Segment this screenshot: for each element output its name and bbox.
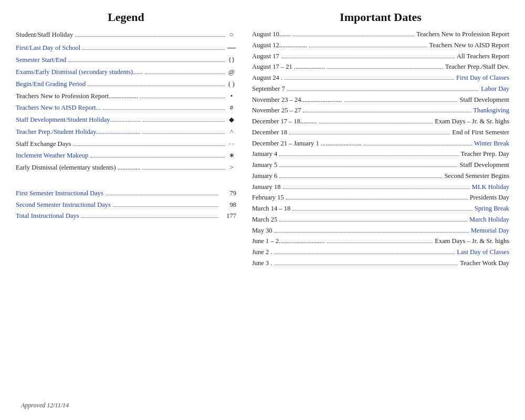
- date-label: November 23 – 24........................…: [252, 95, 342, 105]
- date-item: June 2 . Last Day of Classes: [252, 247, 509, 257]
- date-dots: [303, 112, 471, 112]
- legend-item: Inclement Weather Makeup ∗: [16, 150, 236, 161]
- date-dots: [279, 221, 467, 222]
- dates-list: August 10....... Teachers New to Profess…: [252, 29, 509, 268]
- legend-item: Teachers New to AISD Report... #: [16, 102, 236, 113]
- legend-dots: [88, 86, 225, 86]
- date-label: August 24 .: [252, 73, 282, 83]
- date-item: June 1 – 2............................ E…: [252, 236, 509, 246]
- date-dots: [293, 36, 415, 36]
- date-label: August 17 – 21 ...................: [252, 62, 325, 72]
- date-label: June 2 .: [252, 247, 272, 257]
- date-dots: [286, 199, 468, 200]
- date-item: November 23 – 24........................…: [252, 95, 509, 105]
- date-dots: [289, 134, 450, 134]
- legend-symbol: #: [227, 102, 236, 113]
- legend-symbol: >: [227, 162, 236, 173]
- date-event: Teacher Prep./Staff Dev.: [445, 62, 509, 72]
- date-dots: [279, 155, 458, 156]
- date-event: Teachers New to AISD Report: [429, 40, 509, 50]
- date-event: Winter Break: [474, 139, 509, 149]
- date-event: Exam Days – Jr. & Sr. highs: [435, 117, 509, 127]
- date-event: Thanksgiving: [473, 106, 509, 116]
- legend-label: Exams/Early Dismissal (secondary student…: [16, 67, 143, 77]
- inst-value: 177: [220, 211, 236, 221]
- date-item: March 25 March Holiday: [252, 215, 509, 225]
- date-label: March 25: [252, 215, 277, 225]
- legend-symbol: ( ): [227, 79, 236, 89]
- date-label: May 30: [252, 226, 272, 236]
- date-item: January 18 MLK Holiday: [252, 182, 509, 192]
- date-event: All Teachers Report: [457, 51, 509, 61]
- legend-dots: [103, 109, 225, 110]
- legend-symbol: ○: [227, 29, 236, 40]
- date-item: November 25 – 27 Thanksgiving: [252, 106, 509, 116]
- date-dots: [285, 79, 454, 80]
- legend-item: First/Last Day of School —: [16, 41, 236, 54]
- legend-title: Legend: [16, 10, 236, 24]
- date-event: Memorial Day: [471, 226, 509, 236]
- date-label: January 6: [252, 171, 277, 181]
- date-dots: [319, 123, 433, 123]
- instructional-days-item: Total Instructional Days 177: [16, 211, 236, 221]
- legend-dots: [75, 36, 225, 37]
- date-item: August 24 . First Day of Classes: [252, 73, 509, 83]
- date-dots: [344, 101, 458, 102]
- date-dots: [327, 243, 433, 243]
- date-item: February 15 Presidents Day: [252, 193, 509, 203]
- date-event: Second Semester Begins: [444, 171, 509, 181]
- date-item: January 4 Teacher Prep. Day: [252, 149, 509, 159]
- legend-label: Semester Start/End: [16, 55, 66, 65]
- inst-label: Second Semester Instructional Days: [16, 200, 111, 210]
- date-event: Staff Development: [459, 160, 509, 170]
- legend-dots: [82, 49, 225, 50]
- legend-symbol: {}: [227, 55, 236, 65]
- date-label: March 14 – 18: [252, 204, 290, 214]
- legend-dots: [142, 169, 225, 170]
- date-event: Last Day of Classes: [457, 247, 509, 257]
- date-item: May 30 Memorial Day: [252, 226, 509, 236]
- date-label: December 17 – 18..........: [252, 117, 317, 127]
- date-event: Spring Break: [475, 204, 509, 214]
- inst-label: First Semester Instructional Days: [16, 188, 103, 198]
- instructional-days-item: First Semester Instructional Days 79: [16, 188, 236, 198]
- legend-panel: Legend Student/Staff Holiday ○ First/Las…: [16, 10, 247, 269]
- legend-item: Teacher Prep./Student Holiday...........…: [16, 127, 236, 137]
- legend-label: Begin/End Grading Period: [16, 79, 86, 89]
- date-label: January 5: [252, 160, 277, 170]
- date-label: June 3 .: [252, 258, 272, 268]
- date-label: January 18: [252, 182, 281, 192]
- date-item: September 7 Labor Day: [252, 84, 509, 94]
- date-label: September 7: [252, 84, 285, 94]
- date-item: December 17 – 18.......... Exam Days – J…: [252, 117, 509, 127]
- inst-dots: [81, 217, 218, 218]
- important-dates-title: Important Dates: [252, 10, 509, 24]
- date-item: December 21 – January 1 ................…: [252, 139, 509, 149]
- date-item: August 10....... Teachers New to Profess…: [252, 29, 509, 39]
- date-dots: [275, 265, 458, 265]
- legend-symbol: ◆: [227, 114, 236, 125]
- date-dots: [275, 254, 455, 254]
- legend-item: Begin/End Grading Period ( ): [16, 79, 236, 89]
- legend-label: Inclement Weather Makeup: [16, 151, 88, 161]
- legend-dots: [73, 145, 225, 146]
- date-dots: [309, 47, 427, 47]
- legend-symbol: @: [227, 67, 236, 77]
- important-dates-panel: Important Dates August 10....... Teacher…: [247, 10, 509, 269]
- legend-symbol: •: [227, 91, 236, 101]
- inst-dots: [113, 206, 218, 207]
- legend-label: Teachers New to Profession Report.......…: [16, 91, 138, 101]
- date-item: December 18 End of First Semester: [252, 128, 509, 138]
- legend-item: Staff Exchange Days · ·: [16, 139, 236, 149]
- date-item: August 12................. Teachers New …: [252, 40, 509, 50]
- legend-item: Teachers New to Profession Report.......…: [16, 91, 236, 101]
- date-item: January 6 Second Semester Begins: [252, 171, 509, 181]
- legend-symbol: —: [227, 41, 236, 54]
- legend-list: Student/Staff Holiday ○ First/Last Day o…: [16, 29, 236, 173]
- date-dots: [364, 145, 472, 145]
- footer-text: Approved 12/11/14: [21, 402, 69, 410]
- instructional-days-item: Second Semester Instructional Days 98: [16, 200, 236, 210]
- inst-dots: [106, 195, 218, 195]
- legend-symbol: ∗: [227, 150, 236, 161]
- date-event: Teacher Work Day: [460, 258, 509, 268]
